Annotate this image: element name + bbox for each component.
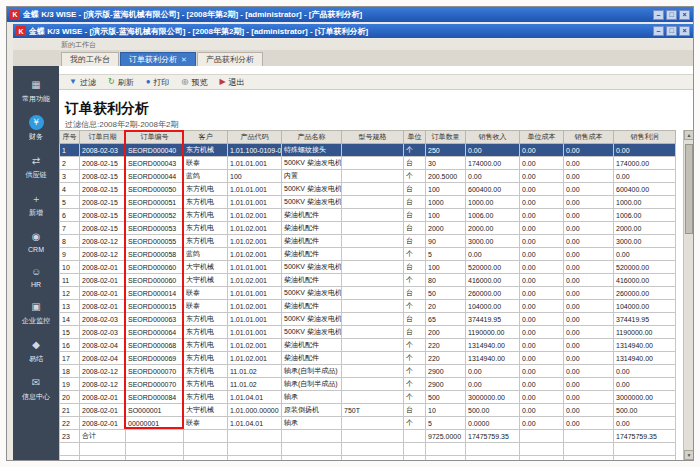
table-row[interactable]: 162008-02-04SEORD000068东方机电1.01.02.001柴油… xyxy=(60,339,676,352)
cell[interactable]: 0.00 xyxy=(564,248,614,261)
cell[interactable]: SEORD000063 xyxy=(126,313,184,326)
cell[interactable]: 大宇机械 xyxy=(184,261,228,274)
cell[interactable]: 东方机电 xyxy=(184,313,228,326)
cell[interactable]: 0.00 xyxy=(564,196,614,209)
scrollbar-thumb[interactable] xyxy=(685,144,693,234)
cell[interactable]: 0.00 xyxy=(466,144,520,157)
cell[interactable]: 0.00 xyxy=(520,157,564,170)
cell[interactable]: 220 xyxy=(426,339,466,352)
table-row[interactable]: 42008-02-15SEORD000050东方机电1.01.01.001500… xyxy=(60,183,676,196)
scroll-up-icon[interactable]: ▲ xyxy=(684,130,693,140)
cell[interactable]: 轴承(自制半成品) xyxy=(282,365,342,378)
cell[interactable]: 0.00 xyxy=(564,391,614,404)
maximize-button[interactable]: □ xyxy=(666,26,677,36)
cell[interactable]: 21 xyxy=(60,404,80,417)
cell[interactable] xyxy=(184,456,228,461)
cell[interactable]: 东方机电 xyxy=(184,183,228,196)
cell[interactable]: 0.00 xyxy=(466,170,520,183)
cell[interactable]: 柴油机配件 xyxy=(282,209,342,222)
cell[interactable] xyxy=(80,443,126,456)
cell[interactable]: 11.01.02 xyxy=(228,365,282,378)
cell[interactable]: 260000.00 xyxy=(614,287,676,300)
table-row[interactable]: 82008-02-12SEORD000055东方机电1.01.02.001柴油机… xyxy=(60,235,676,248)
cell[interactable]: 0.00 xyxy=(466,378,520,391)
cell[interactable] xyxy=(184,430,228,443)
cell[interactable]: 3 xyxy=(60,170,80,183)
cell[interactable]: 416000.00 xyxy=(466,274,520,287)
cell[interactable]: 0.00 xyxy=(466,365,520,378)
cell[interactable]: 5 xyxy=(426,417,466,430)
cell[interactable]: 联泰 xyxy=(184,287,228,300)
cell[interactable]: 10 xyxy=(426,404,466,417)
cell[interactable] xyxy=(184,443,228,456)
cell[interactable]: 台 xyxy=(404,183,426,196)
cell[interactable]: 1.01.02.001 xyxy=(228,248,282,261)
cell[interactable]: 50 xyxy=(426,287,466,300)
column-header[interactable]: 序号 xyxy=(60,131,80,144)
table-row[interactable]: 182008-02-12SEORD000070东方机电11.01.02轴承(自制… xyxy=(60,365,676,378)
cell[interactable]: 0.00 xyxy=(614,144,676,157)
cell[interactable]: 100 xyxy=(426,261,466,274)
cell[interactable]: 2008-02-01 xyxy=(80,300,126,313)
cell[interactable]: 2008-02-12 xyxy=(80,235,126,248)
cell[interactable]: 0.00 xyxy=(520,261,564,274)
cell[interactable] xyxy=(342,391,404,404)
cell[interactable] xyxy=(282,443,342,456)
cell[interactable]: 12 xyxy=(60,287,80,300)
cell[interactable]: 2008-02-03 xyxy=(80,144,126,157)
column-header[interactable]: 单位 xyxy=(404,131,426,144)
cell[interactable]: 15 xyxy=(60,326,80,339)
cell[interactable]: 0.00 xyxy=(520,235,564,248)
cell[interactable]: 2000.00 xyxy=(466,222,520,235)
cell[interactable]: 0.00 xyxy=(520,365,564,378)
sidebar-item-hr[interactable]: ☺ HR xyxy=(13,259,59,294)
cell[interactable]: 1.01.02.001 xyxy=(228,300,282,313)
cell[interactable]: 轴承 xyxy=(282,417,342,430)
sidebar-item-supply-chain[interactable]: ⇄ 供应链 xyxy=(13,148,59,186)
cell[interactable]: 2008-02-03 xyxy=(80,326,126,339)
cell[interactable]: 2008-02-01 xyxy=(80,274,126,287)
cell[interactable]: 0.00 xyxy=(614,248,676,261)
cell[interactable]: 14 xyxy=(60,313,80,326)
cell[interactable]: 1.01.01.001 xyxy=(228,261,282,274)
cell[interactable]: 0.00 xyxy=(520,417,564,430)
cell[interactable]: 220 xyxy=(426,352,466,365)
cell[interactable] xyxy=(342,300,404,313)
cell[interactable]: 台 xyxy=(404,209,426,222)
cell[interactable]: 台 xyxy=(404,313,426,326)
sidebar-item-enterprise-monitor[interactable]: ▣ 企业监控 xyxy=(13,294,59,332)
cell[interactable]: 41712.00 xyxy=(466,456,520,461)
cell[interactable]: 8 xyxy=(60,235,80,248)
cell[interactable]: 0.00 xyxy=(520,222,564,235)
cell[interactable] xyxy=(342,261,404,274)
cell[interactable]: 东方机电 xyxy=(184,378,228,391)
cell[interactable]: 1.01.000.00000 xyxy=(228,404,282,417)
cell[interactable]: 0.00 xyxy=(564,287,614,300)
cell[interactable]: SEORD000060 xyxy=(126,261,184,274)
exit-button[interactable]: ▶ 退出 xyxy=(219,77,244,88)
cell[interactable]: 台 xyxy=(404,157,426,170)
column-header[interactable]: 订单数量 xyxy=(426,131,466,144)
cell[interactable]: 500KV 柴油发电机组 xyxy=(282,157,342,170)
cell[interactable]: 0.00 xyxy=(520,274,564,287)
cell[interactable]: SEORD000068 xyxy=(126,339,184,352)
cell[interactable]: 1314940.00 xyxy=(614,352,676,365)
cell[interactable]: 0.0000 xyxy=(466,417,520,430)
minimize-button[interactable]: – xyxy=(653,26,664,36)
cell[interactable]: 联泰 xyxy=(184,157,228,170)
table-row[interactable]: 142008-02-03SEORD000063东方机电1.01.01.00150… xyxy=(60,313,676,326)
cell[interactable] xyxy=(342,430,404,443)
cell[interactable] xyxy=(342,183,404,196)
cell[interactable]: 7 xyxy=(60,222,80,235)
cell[interactable] xyxy=(282,456,342,461)
cell[interactable]: 1314940.00 xyxy=(614,339,676,352)
cell[interactable] xyxy=(342,222,404,235)
cell[interactable]: 蓝鸽 xyxy=(184,170,228,183)
cell[interactable]: 东方机电 xyxy=(184,235,228,248)
cell[interactable]: 0.00 xyxy=(614,378,676,391)
cell[interactable]: 柴油机配件 xyxy=(282,300,342,313)
cell[interactable]: 轴承 xyxy=(282,391,342,404)
cell[interactable] xyxy=(342,144,404,157)
cell[interactable]: 9 xyxy=(60,248,80,261)
cell[interactable]: 台 xyxy=(404,326,426,339)
